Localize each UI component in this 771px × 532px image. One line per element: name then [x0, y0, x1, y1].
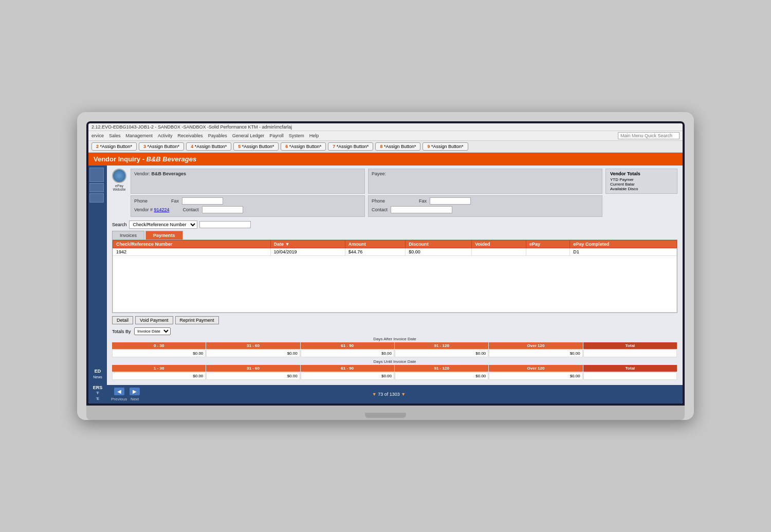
totals-by-dropdown[interactable]: Invoice Date [134, 327, 171, 335]
payee-contact-label: Contact [372, 207, 388, 212]
toolbar-btn-7[interactable]: 7 *Assign Button* [328, 142, 373, 151]
next-button[interactable]: ▶ [129, 387, 140, 396]
ytd-payment-label: YTD Paymer [610, 177, 673, 182]
menu-item-payables[interactable]: Payables [208, 133, 227, 138]
col-header-date[interactable]: Date ▼ [270, 241, 345, 248]
tab-payments[interactable]: Payments [145, 231, 183, 240]
vendor-num-link[interactable]: 914224 [154, 207, 170, 212]
cell-voided [472, 248, 526, 256]
sidebar-item-3[interactable] [89, 193, 104, 203]
toolbar-btn-8[interactable]: 8 *Assign Button* [375, 142, 420, 151]
next-label: Next [131, 397, 139, 401]
app-layout: EDNews ERS'F'E ePayWebsite [88, 166, 683, 403]
payee-contact-input[interactable] [391, 206, 452, 213]
vendor-totals-spacer [605, 195, 677, 217]
vendor-contact-input[interactable] [202, 206, 243, 213]
menu-item-receivables[interactable]: Receivables [178, 133, 203, 138]
menu-item-sales[interactable]: Sales [109, 133, 121, 138]
payee-contact-panel: Phone Fax Contact [368, 195, 602, 217]
after-header-91-120[interactable]: 91 - 120 [395, 342, 488, 349]
col-header-amount[interactable]: Amount [345, 241, 406, 248]
menu-item-system[interactable]: System [289, 133, 304, 138]
menu-item-payroll[interactable]: Payroll [269, 133, 284, 138]
toolbar-btn-6[interactable]: 6 *Assign Button* [281, 142, 326, 151]
col-header-epay-completed[interactable]: ePay Completed [570, 241, 677, 248]
available-discount-label: Available Disco [610, 187, 673, 191]
after-header-over-120[interactable]: Over 120 [489, 342, 582, 349]
after-value-31-60: $0.00 [206, 350, 300, 357]
toolbar-btn-3[interactable]: 3 *Assign Button* [139, 142, 184, 151]
payee-name-row: Payee: [372, 171, 599, 176]
cell-epay-completed: D1 [570, 248, 677, 256]
until-header-61-90[interactable]: 61 - 90 [301, 365, 394, 372]
epay-label: ePayWebsite [113, 184, 125, 191]
after-header-61-90[interactable]: 61 - 90 [301, 342, 394, 349]
nav-next-section: ▶ Next [129, 387, 140, 401]
vendor-totals-panel: Vendor Totals YTD Paymer Current Balar A… [605, 169, 677, 194]
vendor-panel: Vendor: B&B Beverages [131, 169, 365, 194]
main-content-area: ePayWebsite Vendor: B&B Beverages [107, 166, 683, 403]
payee-phone-label: Phone [372, 198, 385, 204]
left-sidebar: EDNews ERS'F'E [88, 166, 107, 403]
menu-item-general-ledger[interactable]: General Ledger [232, 133, 265, 138]
detail-button[interactable]: Detail [112, 316, 133, 324]
until-value-61-90: $0.00 [301, 372, 394, 380]
phone-fax-section: Phone Fax Vendor # 914224 Contact [131, 195, 677, 217]
table-container: Check/Reference Number Date ▼ Amount Dis… [112, 240, 677, 313]
days-until-label: Days Until Invoice Date [112, 359, 677, 364]
action-buttons: Detail Void Payment Reprint Payment [112, 316, 677, 324]
menu-item-management[interactable]: Management [126, 133, 153, 138]
table-row[interactable]: 1942 10/04/2019 $44.76 $0.00 D1 [113, 248, 677, 256]
vendor-fax-input[interactable] [182, 197, 223, 205]
main-menu-search[interactable] [618, 132, 680, 139]
until-header-1-30[interactable]: 1 - 30 [112, 365, 206, 372]
after-header-total: Total [583, 342, 677, 349]
until-header-31-60[interactable]: 31 - 60 [206, 365, 300, 372]
until-value-31-60: $0.00 [206, 372, 300, 380]
toolbar-btn-5[interactable]: 5 *Assign Button* [233, 142, 279, 151]
until-value-1-30: $0.00 [112, 372, 206, 380]
toolbar-btn-9[interactable]: 9 *Assign Button* [423, 142, 468, 151]
tabs-container: Invoices Payments [112, 231, 677, 240]
vendor-phone-label: Phone [134, 198, 148, 204]
epay-button[interactable]: ePayWebsite [112, 169, 126, 218]
col-header-check-ref[interactable]: Check/Reference Number [113, 241, 271, 248]
days-until-headers: 1 - 30 31 - 60 61 - 90 91 - 120 Over 120… [112, 365, 677, 372]
nav-counter: ▼ 73 of 1303 ▼ [372, 392, 406, 397]
nav-arrows: ◀ Previous ▶ Next [111, 387, 140, 401]
void-payment-button[interactable]: Void Payment [135, 316, 173, 324]
col-header-voided[interactable]: Voided [472, 241, 526, 248]
tab-invoices[interactable]: Invoices [112, 231, 144, 240]
after-header-31-60[interactable]: 31 - 60 [206, 342, 300, 349]
reprint-payment-button[interactable]: Reprint Payment [175, 316, 219, 324]
nav-counter-text: 73 of 1303 [378, 392, 400, 397]
until-header-91-120[interactable]: 91 - 120 [395, 365, 488, 372]
current-balance-label: Current Balar [610, 182, 673, 187]
menu-item-activity[interactable]: Activity [158, 133, 173, 138]
sidebar-item-2[interactable] [89, 183, 104, 192]
search-dropdown[interactable]: Check/Reference Number [129, 221, 197, 229]
menu-bar: ervice Sales Management Activity Receiva… [88, 131, 683, 141]
sidebar-label-ers: ERS'F'E [89, 385, 106, 401]
col-header-discount[interactable]: Discount [406, 241, 472, 248]
menu-item-help[interactable]: Help [309, 133, 319, 138]
toolbar-btn-4[interactable]: 4 *Assign Button* [186, 142, 231, 151]
until-header-over-120[interactable]: Over 120 [489, 365, 582, 372]
sidebar-item-1[interactable] [89, 168, 104, 182]
after-header-0-30[interactable]: 0 - 30 [112, 342, 206, 349]
col-header-epay[interactable]: ePay [526, 241, 570, 248]
payee-contact-row: Contact [372, 206, 599, 213]
previous-button[interactable]: ◀ [114, 387, 125, 396]
laptop-notch [365, 413, 406, 418]
after-value-61-90: $0.00 [301, 350, 394, 357]
payee-fax-input[interactable] [430, 197, 471, 205]
table-empty-cell [113, 256, 677, 313]
toolbar-btn-2[interactable]: 2 *Assign Button* [91, 142, 137, 151]
search-input[interactable] [199, 221, 251, 228]
payee-phone-row: Phone Fax [372, 197, 599, 205]
days-after-values: $0.00 $0.00 $0.00 $0.00 $0.00 [112, 350, 677, 357]
cell-check-ref: 1942 [113, 248, 271, 256]
title-bar: 2.12.EVO-EDBG1043-JOB1-2 - SANDBOX -SAND… [88, 123, 683, 131]
menu-item-service[interactable]: ervice [91, 133, 104, 138]
vendor-info-panel: Vendor: B&B Beverages Payee: [131, 169, 677, 218]
